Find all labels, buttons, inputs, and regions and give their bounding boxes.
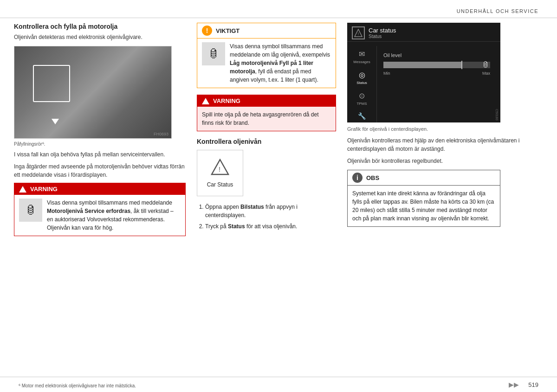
footer-right: ▶▶ 519 <box>509 381 538 388</box>
screen-subtitle: Status <box>369 34 496 39</box>
steps-list: Öppna appen Bilstatus från appvyn i cent… <box>197 203 336 231</box>
screen-main-area: Oil level 🛢 Min Max <box>377 46 500 122</box>
viktigt-icon: ! <box>202 26 212 36</box>
oil-level-title: Oil level <box>383 52 494 58</box>
screen-caption: Grafik för oljenivå i centerdisplayen. <box>347 126 543 132</box>
viktigt-body: 🛢 Visas denna symbol tillsammans med med… <box>197 39 336 88</box>
svg-text:!: ! <box>358 32 359 36</box>
car-icon-svg: ! <box>211 159 229 175</box>
oil-icon-screen: 🛢 <box>482 61 489 69</box>
warning-text-left: Visas denna symbol tillsammans med medde… <box>47 199 181 232</box>
messages-label: Messages <box>353 60 370 64</box>
right-column: ! Car status Status ✉ Messages ◎ Status <box>347 23 543 378</box>
messages-icon: ✉ <box>359 50 365 58</box>
viktigt-inner: 🛢 Visas denna symbol tillsammans med med… <box>202 42 331 84</box>
varning-label-mid: VARNING <box>213 97 240 104</box>
wrench-icon: 🔧 <box>358 112 366 120</box>
oil-level-bar-fill <box>383 62 462 68</box>
screen-sidebar: ✉ Messages ◎ Status ⊙ TPMS 🔧 <box>347 46 377 122</box>
screen-title-area: Car status Status <box>369 27 496 39</box>
footnote-text: ⁶ Motor med elektronisk oljenivågivare h… <box>19 383 136 388</box>
varning-mid-box: VARNING Spill inte olja på de heta avgas… <box>197 95 336 131</box>
warning-box-left-header: VARNING <box>14 183 185 195</box>
image-id: FH0693 <box>154 132 168 136</box>
screen-id: C50180 <box>495 109 499 121</box>
screen-top-bar: ! Car status Status <box>347 23 500 42</box>
warning-label-left: VARNING <box>30 186 58 193</box>
kontrollera-title: Kontrollera oljenivån <box>197 138 336 145</box>
viktigt-text-pre: Visas denna symbol tillsammans med medde… <box>230 43 330 58</box>
obs-box: i OBS Systemet kan inte direkt känna av … <box>347 170 500 227</box>
oil-minmax: Min Max <box>383 71 490 76</box>
status-label: Status <box>356 81 367 85</box>
obs-header: i OBS <box>348 170 500 186</box>
oil-max-label: Max <box>482 71 490 76</box>
varning-mid-body: Spill inte olja på de heta avgasgrenröre… <box>197 107 336 131</box>
step2-bold: Status <box>228 223 245 230</box>
oil-level-bar-bg <box>383 62 490 68</box>
oil-can-icon-mid: 🛢 <box>208 45 219 62</box>
warning-box-left: VARNING 🛢 Visas denna symbol tillsammans… <box>14 183 186 236</box>
left-section-title: Kontrollera och fylla på motorolja <box>14 23 186 30</box>
screen-alert-icon: ! <box>352 26 365 39</box>
left-section-subtitle: Oljenivån detekteras med elektronisk olj… <box>14 33 186 41</box>
page-header: UNDERHÅLL OCH SERVICE <box>0 0 557 18</box>
oil-icon-left: 🛢 <box>19 199 42 222</box>
nav-arrows[interactable]: ▶▶ <box>509 381 519 388</box>
body-text-1: I vissa fall kan olja behöva fyllas på m… <box>14 150 186 159</box>
right-body-1: Oljenivån kontrolleras med hjälp av den … <box>347 136 543 153</box>
obs-icon: i <box>352 173 363 183</box>
body-text-2: Inga åtgärder med avseende på motoroljen… <box>14 162 186 179</box>
middle-column: ! VIKTIGT 🛢 Visas denna symbol tillsamma… <box>197 23 336 378</box>
engine-image: FH0693 <box>14 46 172 139</box>
page-footer: ⁶ Motor med elektronisk oljenivågivare h… <box>0 377 557 392</box>
viktigt-text: Visas denna symbol tillsammans med medde… <box>230 42 331 84</box>
warning-text-pre: Visas denna symbol tillsammans med medde… <box>47 199 172 206</box>
left-column: Kontrollera och fylla på motorolja Oljen… <box>14 23 186 378</box>
right-body-2: Oljenivån bör kontrolleras regelbundet. <box>347 157 543 165</box>
viktigt-label: VIKTIGT <box>216 27 240 34</box>
step2-pre: Tryck på <box>205 223 228 230</box>
tpms-label: TPMS <box>356 102 367 106</box>
varning-triangle-icon-mid <box>202 98 209 104</box>
tpms-icon: ⊙ <box>359 91 365 100</box>
page-number: 519 <box>528 381 538 388</box>
varning-mid-header: VARNING <box>197 95 336 107</box>
screen-sidebar-status[interactable]: ◎ Status <box>356 71 367 85</box>
step1-pre: Öppna appen <box>205 204 240 210</box>
engine-highlight <box>33 65 70 102</box>
warning-triangle-icon <box>19 186 26 193</box>
car-status-screen: ! Car status Status ✉ Messages ◎ Status <box>347 23 500 122</box>
oil-can-icon: 🛢 <box>25 202 36 218</box>
oil-min-label: Min <box>383 71 390 76</box>
viktigt-header: ! VIKTIGT <box>197 23 336 39</box>
car-status-icon-box: ! Car Status <box>197 150 243 196</box>
warning-inner: 🛢 Visas denna symbol tillsammans med med… <box>19 199 181 232</box>
step-2: Tryck på Status för att visa oljenivån. <box>205 222 336 231</box>
step1-bold: Bilstatus <box>240 204 264 210</box>
warning-box-left-body: 🛢 Visas denna symbol tillsammans med med… <box>14 195 185 236</box>
main-content: Kontrollera och fylla på motorolja Oljen… <box>0 23 557 378</box>
car-status-label: Car Status <box>207 181 233 188</box>
engine-arrow <box>52 119 59 124</box>
screen-title: Car status <box>369 27 496 34</box>
footer-footnote: ⁶ Motor med elektronisk oljenivågivare h… <box>19 383 136 388</box>
warning-text-bold: Motoroljenivå Service erfordras <box>47 208 130 214</box>
obs-label: OBS <box>366 174 379 181</box>
oil-level-bar-container: 🛢 <box>383 62 494 68</box>
screen-sidebar-tpms[interactable]: ⊙ TPMS <box>356 91 367 106</box>
screen-alert-svg: ! <box>354 29 363 37</box>
oil-icon-mid: 🛢 <box>202 42 225 65</box>
screen-sidebar-messages[interactable]: ✉ Messages <box>353 50 370 64</box>
oil-level-marker <box>461 61 462 69</box>
step2-post: för att visa oljenivån. <box>245 223 298 230</box>
viktigt-box: ! VIKTIGT 🛢 Visas denna symbol tillsamma… <box>197 23 336 88</box>
image-caption: Påfyllningsrör⁶. <box>14 141 186 147</box>
engine-image-bg: FH0693 <box>14 46 171 138</box>
status-icon: ◎ <box>359 71 365 79</box>
step-1: Öppna appen Bilstatus från appvyn i cent… <box>205 203 336 219</box>
screen-sidebar-extra[interactable]: 🔧 <box>358 112 366 120</box>
svg-text:!: ! <box>219 166 220 173</box>
car-status-icon: ! <box>211 159 229 179</box>
obs-body: Systemet kan inte direkt känna av föränd… <box>348 186 500 226</box>
